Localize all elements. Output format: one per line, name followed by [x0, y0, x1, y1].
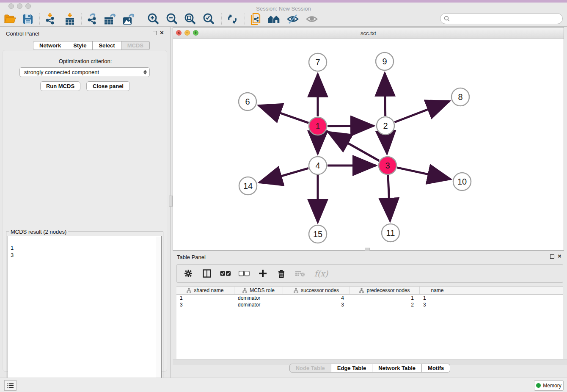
result-scrollbar[interactable]: [156, 237, 161, 391]
refresh-view-button[interactable]: [225, 12, 240, 26]
mcds-panel: Optimization criterion: strongly connect…: [3, 50, 167, 372]
delete-columns-button[interactable]: [275, 267, 288, 280]
tab-style[interactable]: Style: [67, 41, 93, 50]
graph-edge-3-10[interactable]: [397, 168, 450, 179]
column-header-successor-nodes[interactable]: successor nodes: [283, 287, 350, 294]
window-resize-grip[interactable]: [365, 248, 370, 251]
tab-select[interactable]: Select: [93, 41, 121, 50]
graph-edge-1-6[interactable]: [259, 105, 308, 123]
split-panel-button[interactable]: [201, 267, 213, 280]
memory-button[interactable]: Memory: [534, 380, 564, 391]
export-table-button[interactable]: [103, 12, 118, 26]
control-panel-title: Control Panel: [6, 30, 39, 37]
network-window-titlebar[interactable]: × − + scc.txt: [173, 28, 564, 39]
table-cell[interactable]: 1: [350, 295, 420, 301]
main-toolbar: [0, 11, 567, 27]
select-all-columns-button[interactable]: [219, 267, 232, 280]
export-image-button[interactable]: [121, 12, 137, 26]
network-graph-canvas[interactable]: 1234678910111415: [173, 39, 564, 250]
graph-edge-3-1[interactable]: [328, 132, 379, 161]
table-cell[interactable]: 1: [420, 295, 455, 301]
graph-node-label-9: 9: [382, 57, 387, 66]
table-cell[interactable]: 4: [283, 295, 350, 301]
first-neighbors-button[interactable]: [267, 12, 282, 26]
mcds-result-group: MCDS result (2 nodes) 1 3: [6, 232, 163, 392]
column-header-label: predecessor nodes: [366, 287, 410, 293]
graph-edge-4-14[interactable]: [259, 168, 308, 182]
memory-status-icon: [536, 383, 541, 388]
zoom-in-button[interactable]: [146, 12, 161, 26]
hierarchy-icon: [242, 288, 247, 293]
mcds-result-textarea[interactable]: 1 3: [8, 236, 162, 391]
hide-selected-button[interactable]: [285, 12, 300, 26]
table-panel: Table Panel ×: [173, 252, 567, 377]
table-cell[interactable]: dominator: [234, 295, 283, 301]
graph-edge-2-3[interactable]: [386, 135, 387, 154]
graph-node-label-6: 6: [245, 97, 250, 106]
column-header-name[interactable]: name: [420, 287, 455, 294]
tab-network[interactable]: Network: [33, 41, 67, 50]
import-network-button[interactable]: [42, 12, 58, 26]
search-input[interactable]: [452, 16, 562, 22]
column-header-MCDS-role[interactable]: MCDS role: [234, 287, 283, 294]
optimization-criterion-label: Optimization criterion:: [3, 58, 168, 64]
graph-edge-2-8[interactable]: [394, 101, 449, 122]
toolbar-separator: [142, 13, 142, 25]
open-session-button[interactable]: [3, 12, 18, 26]
window-titlebar[interactable]: Session: New Session: [0, 3, 567, 11]
table-cell[interactable]: 1: [176, 295, 234, 301]
panel-splitter-handle[interactable]: [169, 196, 173, 207]
column-header-label: name: [431, 287, 443, 293]
graph-edge-2-9[interactable]: [385, 73, 385, 116]
save-session-button[interactable]: [20, 12, 36, 26]
close-table-panel-icon[interactable]: ×: [558, 254, 561, 259]
float-panel-icon[interactable]: [153, 31, 157, 35]
table-row[interactable]: 1dominator411: [176, 295, 563, 301]
run-mcds-button[interactable]: Run MCDS: [40, 81, 80, 91]
toolbar-separator: [39, 13, 40, 25]
control-panel-tabs: Network Style Select MCDS: [33, 41, 150, 50]
zoom-fit-content-button[interactable]: [182, 12, 198, 26]
function-builder-button[interactable]: f(x): [312, 267, 330, 280]
tab-network-table[interactable]: Network Table: [372, 364, 422, 373]
zoom-selected-button[interactable]: [201, 12, 216, 26]
graph-edge-3-11[interactable]: [388, 175, 390, 221]
tab-node-table[interactable]: Node Table: [289, 364, 331, 373]
column-header-predecessor-nodes[interactable]: predecessor nodes: [350, 287, 420, 294]
task-history-button[interactable]: [4, 380, 17, 391]
tab-motifs[interactable]: Motifs: [422, 364, 450, 373]
close-panel-icon[interactable]: ×: [160, 30, 164, 35]
table-cell[interactable]: 3: [176, 301, 234, 308]
float-table-panel-icon[interactable]: [550, 254, 554, 259]
node-table[interactable]: shared nameMCDS rolesuccessor nodesprede…: [176, 286, 563, 359]
close-panel-button[interactable]: Close panel: [86, 81, 130, 91]
network-window-title: scc.txt: [173, 30, 564, 36]
network-view-window[interactable]: × − + scc.txt 1234678910111415: [173, 27, 564, 251]
import-table-button[interactable]: [62, 12, 77, 26]
table-row[interactable]: 3dominator323: [176, 301, 563, 308]
table-cell[interactable]: 3: [283, 301, 350, 308]
table-panel-title: Table Panel: [177, 254, 206, 260]
application-window: Session: New Session: [0, 0, 567, 392]
tab-edge-table[interactable]: Edge Table: [331, 364, 372, 373]
fx-icon: f(x): [314, 269, 328, 278]
column-settings-button[interactable]: [182, 267, 195, 280]
table-cell[interactable]: 3: [420, 301, 455, 308]
new-network-from-selection-button[interactable]: [248, 12, 263, 26]
column-header-shared-name[interactable]: shared name: [176, 287, 234, 294]
search-field[interactable]: [440, 13, 563, 24]
toolbar-separator: [221, 13, 222, 25]
toolbar-separator: [81, 13, 82, 25]
table-cell[interactable]: dominator: [234, 301, 283, 308]
delete-table-button[interactable]: [294, 267, 306, 280]
control-panel: Control Panel × Network Style Select MCD…: [0, 27, 170, 378]
add-column-button[interactable]: [256, 267, 269, 280]
export-network-button[interactable]: [85, 12, 100, 26]
show-all-button[interactable]: [304, 12, 319, 26]
optimization-criterion-select[interactable]: strongly connected component: [19, 67, 150, 77]
table-cell[interactable]: 2: [350, 301, 420, 308]
zoom-out-button[interactable]: [164, 12, 179, 26]
graph-edge-1-2[interactable]: [328, 126, 374, 126]
unselect-all-columns-button[interactable]: [238, 267, 250, 280]
tab-mcds[interactable]: MCDS: [121, 41, 150, 50]
